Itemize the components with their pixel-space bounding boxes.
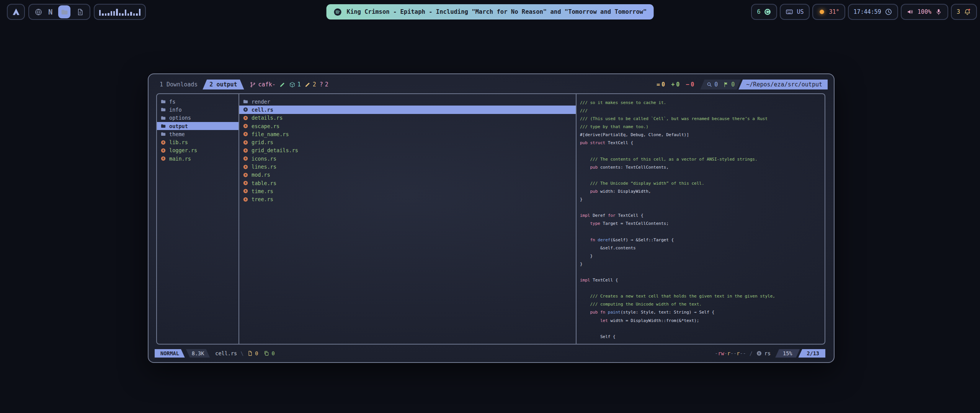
taskbar-apps: N	[28, 4, 90, 20]
visualizer-bar	[116, 9, 118, 16]
file-row-tree.rs[interactable]: Rtree.rs	[239, 195, 576, 203]
search-counter[interactable]: 0	[706, 81, 718, 88]
cursor-position: 2/13	[798, 349, 825, 358]
file-row-fs[interactable]: fs	[157, 98, 238, 106]
document-icon[interactable]	[76, 8, 84, 16]
audio-visualizer-widget[interactable]	[94, 4, 146, 20]
file-row-main.rs[interactable]: Rmain.rs	[157, 154, 238, 163]
visualizer-bar	[133, 13, 135, 16]
folder-icon	[160, 123, 166, 129]
code-line: }	[580, 252, 825, 260]
file-row-lib.rs[interactable]: Rlib.rs	[157, 138, 238, 146]
rust-lang-icon: R	[756, 350, 762, 356]
arch-logo-icon	[12, 8, 20, 16]
keyboard-layout-label: US	[797, 8, 804, 15]
untracked-count-value: 2	[325, 81, 328, 88]
file-row-logger.rs[interactable]: Rlogger.rs	[157, 146, 238, 154]
file-row-output[interactable]: output	[157, 122, 238, 130]
launcher-button[interactable]	[7, 4, 25, 20]
header-right-segment: = 0 + 0 − 0 0	[657, 80, 828, 89]
git-branch-icon	[250, 81, 256, 88]
tab-downloads[interactable]: 1 Downloads	[155, 80, 203, 89]
file-name: time.rs	[252, 188, 273, 194]
file-row-time.rs[interactable]: Rtime.rs	[239, 187, 576, 195]
file-row-grid.rs[interactable]: Rgrid.rs	[239, 138, 576, 146]
diff-equal-count: 0	[662, 81, 665, 88]
clock-icon	[885, 8, 892, 16]
code-line	[580, 147, 825, 155]
filetype-label: rs	[764, 350, 771, 356]
yazi-header: 1 Downloads 2 output cafk- 1	[155, 79, 828, 90]
folder-icon	[60, 8, 69, 16]
updates-count: 6	[757, 8, 760, 15]
code-line: /// type by that name too.)	[580, 123, 825, 131]
microphone-icon	[935, 8, 942, 16]
diff-removed-count: 0	[691, 81, 694, 88]
code-line: }	[580, 195, 825, 203]
code-line: /// so it makes sense to cache it.	[580, 99, 825, 107]
git-staged-count: 1	[289, 81, 301, 88]
updates-widget[interactable]: 6	[751, 4, 777, 20]
sun-icon	[818, 8, 826, 16]
file-row-mod.rs[interactable]: Rmod.rs	[239, 171, 576, 179]
package-icon	[289, 81, 296, 88]
browser-icon[interactable]	[34, 8, 42, 16]
file-name: grid_details.rs	[252, 147, 298, 153]
visualizer-bar	[136, 13, 137, 16]
file-row-icons.rs[interactable]: Ricons.rs	[239, 154, 576, 163]
weather-widget[interactable]: 31°	[812, 4, 845, 20]
breadcrumb-path[interactable]: ~/Repos/eza/src/output	[738, 80, 828, 89]
neovim-icon[interactable]: N	[48, 8, 52, 16]
file-name: info	[169, 107, 182, 113]
current-pane: renderRcell.rsRdetails.rsRescape.rsRfile…	[239, 94, 577, 344]
keyboard-layout-widget[interactable]: US	[780, 4, 809, 20]
folder-icon	[160, 131, 166, 137]
scroll-percent: 15%	[775, 349, 800, 358]
visualizer-bar	[111, 11, 112, 16]
file-name: output	[169, 123, 188, 129]
folder-icon	[160, 115, 166, 121]
file-row-lines.rs[interactable]: Rlines.rs	[239, 163, 576, 171]
flag-counter[interactable]: 0	[723, 81, 735, 88]
file-row-table.rs[interactable]: Rtable.rs	[239, 179, 576, 187]
code-line: /// The Unicode “display width” of this …	[580, 179, 825, 187]
code-line: /// The contents of this cell, as a vect…	[580, 155, 825, 163]
rust-file-icon: R	[243, 131, 248, 137]
audio-widget[interactable]: 100%	[901, 4, 948, 20]
file-name: mod.rs	[252, 172, 270, 178]
now-playing-widget[interactable]: King Crimson - Epitaph - Including "Marc…	[327, 4, 654, 20]
notifications-widget[interactable]: 3	[951, 4, 977, 20]
now-playing-title: King Crimson - Epitaph - Including "Marc…	[347, 8, 647, 15]
file-row-options[interactable]: options	[157, 114, 238, 122]
file-row-cell.rs[interactable]: Rcell.rs	[239, 106, 576, 114]
equal-icon: =	[657, 81, 660, 88]
file-row-grid_details.rs[interactable]: Rgrid_details.rs	[239, 146, 576, 154]
git-edited-count: 2	[304, 81, 316, 88]
file-name: options	[169, 115, 191, 121]
visualizer-bar	[122, 13, 123, 16]
file-name: render	[252, 99, 270, 105]
code-line: &self.contents	[580, 244, 825, 252]
file-row-render[interactable]: render	[239, 98, 576, 106]
code-line: ///	[580, 107, 825, 115]
status-right: -rw-r--r-- / R rs 15% 2/13	[715, 349, 825, 358]
separator: /	[750, 350, 753, 356]
tab-output[interactable]: 2 output	[203, 80, 244, 89]
file-permissions: -rw-r--r--	[715, 350, 746, 356]
code-preview: /// so it makes sense to cache it.//////…	[577, 98, 825, 341]
file-row-info[interactable]: info	[157, 106, 238, 114]
file-row-file_name.rs[interactable]: Rfile_name.rs	[239, 130, 576, 138]
copy-count-value: 0	[271, 350, 274, 356]
rust-file-icon: R	[243, 123, 248, 129]
rust-file-icon: R	[243, 180, 248, 186]
file-row-escape.rs[interactable]: Rescape.rs	[239, 122, 576, 130]
file-manager-active-indicator[interactable]	[58, 5, 70, 18]
code-line: pub width: DisplayWidth,	[580, 187, 825, 195]
file-row-details.rs[interactable]: Rdetails.rs	[239, 114, 576, 122]
diff-removed: − 0	[686, 81, 694, 88]
clock-widget[interactable]: 17:44:59	[848, 4, 898, 20]
file-name: icons.rs	[252, 156, 276, 162]
file-name: lib.rs	[169, 139, 188, 145]
file-row-theme[interactable]: theme	[157, 130, 238, 138]
code-line	[580, 228, 825, 236]
